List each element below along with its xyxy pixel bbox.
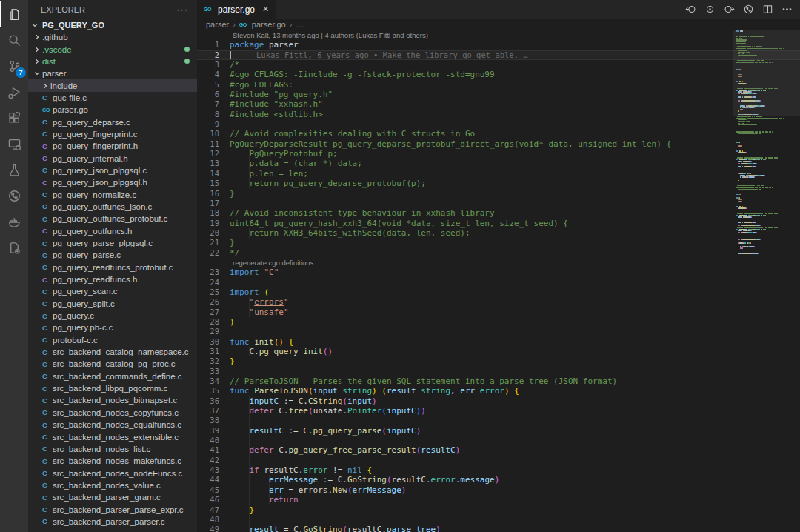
code-line-23[interactable]: 23import "C" [197, 267, 800, 277]
tree-item-pg_query_outfuncs.h[interactable]: Cpg_query_outfuncs.h [28, 225, 197, 237]
code-line-24[interactable]: 24 [197, 278, 800, 287]
code-line-41[interactable]: 41 defer C.pg_query_free_parse_result(re… [197, 445, 800, 455]
code-line-45[interactable]: 45 err = errors.New(errMessage) [197, 485, 800, 495]
project-section-header[interactable]: PG_QUERY_GO [28, 19, 197, 31]
code-line-38[interactable]: 38 [197, 416, 800, 425]
diff-next-icon[interactable] [724, 4, 735, 15]
tree-item-pg_query_internal.h[interactable]: Cpg_query_internal.h [28, 152, 197, 164]
code-line-11[interactable]: 11PgQueryDeparseResult pg_query_deparse_… [197, 139, 800, 149]
tree-item-src_backend_nodes_makefuncs.c[interactable]: Csrc_backend_nodes_makefuncs.c [28, 455, 197, 467]
tree-item-dist[interactable]: dist [28, 56, 197, 67]
code-line-32[interactable]: 32} [197, 356, 800, 366]
tree-item-pg_query_parse.c[interactable]: Cpg_query_parse.c [28, 249, 197, 261]
tree-item-src_backend_nodes_extensible.c[interactable]: Csrc_backend_nodes_extensible.c [28, 430, 197, 442]
explorer-icon[interactable] [0, 1, 28, 27]
code-line-3[interactable]: 3/* [197, 60, 800, 70]
code-line-2[interactable]: 2Lukas Fittl, 6 years ago • Make the lib… [197, 50, 800, 60]
run-debug-icon[interactable] [0, 79, 28, 105]
search-icon[interactable] [0, 27, 28, 53]
extensions-icon[interactable] [0, 105, 28, 131]
code-line-20[interactable]: 20 return XXH3_64bits_withSeed(data, len… [197, 228, 800, 238]
tree-item-src_backend_nodes_value.c[interactable]: Csrc_backend_nodes_value.c [28, 479, 197, 491]
tree-item-src_backend_parser_parse_expr.c[interactable]: Csrc_backend_parser_parse_expr.c [28, 503, 197, 515]
tab-parser-go[interactable]: GO parser.go ✕ [197, 0, 276, 19]
code-line-49[interactable]: 49 result = C.GoString(resultC.parse_tre… [197, 525, 800, 532]
code-line-47[interactable]: 47 } [197, 505, 800, 515]
tree-item-src_backend_nodes_equalfuncs.c[interactable]: Csrc_backend_nodes_equalfuncs.c [28, 419, 197, 430]
code-line-48[interactable]: 48 [197, 515, 800, 525]
breadcrumb-item[interactable]: … [296, 20, 304, 29]
code-line-4[interactable]: 4#cgo CFLAGS: -Iinclude -g -fstack-prote… [197, 70, 800, 79]
code-line-13[interactable]: 13 p.data = (char *) data; [197, 159, 800, 168]
docker-icon[interactable] [0, 209, 28, 235]
tree-item-pg_query_parse_plpgsql.c[interactable]: Cpg_query_parse_plpgsql.c [28, 237, 197, 249]
tree-item-src_backend_nodes_nodeFuncs.c[interactable]: Csrc_backend_nodes_nodeFuncs.c [28, 467, 197, 479]
remote-explorer-icon[interactable] [0, 131, 28, 157]
tree-item-src_backend_libpq_pqcomm.c[interactable]: Csrc_backend_libpq_pqcomm.c [28, 382, 197, 394]
tree-item-pg_query_fingerprint.h[interactable]: Cpg_query_fingerprint.h [28, 140, 197, 152]
tree-item-pg_query_json_plpgsql.c[interactable]: Cpg_query_json_plpgsql.c [28, 164, 197, 176]
code-line-6[interactable]: 6#include "pg_query.h" [197, 90, 800, 99]
code-line-14[interactable]: 14 p.len = len; [197, 169, 800, 179]
tree-item-protobuf-c.c[interactable]: Cprotobuf-c.c [28, 334, 197, 346]
breadcrumb-item[interactable]: parser [206, 20, 229, 29]
code-line-16[interactable]: 16} [197, 189, 800, 199]
code-line-25[interactable]: 25import ( [197, 287, 800, 297]
tree-item-src_backend_commands_define.c[interactable]: Csrc_backend_commands_define.c [28, 370, 197, 382]
code-line-37[interactable]: 37 defer C.free(unsafe.Pointer(inputC)) [197, 406, 800, 416]
close-icon[interactable]: ✕ [262, 4, 269, 14]
tree-item-include[interactable]: include [28, 79, 197, 91]
code-line-42[interactable]: 42 [197, 456, 800, 465]
tree-item-src_backend_nodes_bitmapset.c[interactable]: Csrc_backend_nodes_bitmapset.c [28, 394, 197, 406]
codelens[interactable]: Steven Kalt, 13 months ago | 4 authors (… [197, 30, 800, 40]
tree-item-parser.go[interactable]: GOparser.go [28, 104, 197, 116]
code-line-5[interactable]: 5#cgo LDFLAGS: [197, 80, 800, 90]
code-line-26[interactable]: 26 "errors" [197, 297, 800, 307]
code-line-17[interactable]: 17 [197, 199, 800, 208]
tree-item-src_backend_parser_parser.c[interactable]: Csrc_backend_parser_parser.c [28, 516, 197, 528]
code-line-31[interactable]: 31 C.pg_query_init() [197, 347, 800, 356]
tree-item-src_backend_nodes_copyfuncs.c[interactable]: Csrc_backend_nodes_copyfuncs.c [28, 407, 197, 419]
code-line-8[interactable]: 8#include <stdlib.h> [197, 110, 800, 119]
codelens[interactable]: regenerate cgo definitions [197, 258, 800, 267]
more-actions-icon[interactable] [781, 4, 793, 15]
code-line-35[interactable]: 35func ParseToJSON(input string) (result… [197, 386, 800, 396]
tree-item-pg_query_readfuncs.h[interactable]: Cpg_query_readfuncs.h [28, 273, 197, 285]
minimap[interactable] [733, 30, 800, 532]
code-line-27[interactable]: 27 "unsafe" [197, 307, 800, 317]
pipelines-icon[interactable] [0, 183, 28, 209]
code-line-36[interactable]: 36 inputC := C.CString(input) [197, 396, 800, 406]
code-line-30[interactable]: 30func init() { [197, 337, 800, 347]
tree-item-pg_query_json_plpgsql.h[interactable]: Cpg_query_json_plpgsql.h [28, 176, 197, 188]
split-editor-icon[interactable] [762, 4, 773, 15]
tree-item-src_backend_catalog_pg_proc.c[interactable]: Csrc_backend_catalog_pg_proc.c [28, 358, 197, 370]
code-line-10[interactable]: 10// Avoid complexities dealing with C s… [197, 129, 800, 139]
tree-item-pg_query_readfuncs_protobuf.c[interactable]: Cpg_query_readfuncs_protobuf.c [28, 262, 197, 273]
code-line-34[interactable]: 34// ParseToJSON - Parses the given SQL … [197, 376, 800, 386]
code-line-7[interactable]: 7#include "xxhash.h" [197, 99, 800, 109]
code-line-28[interactable]: 28) [197, 317, 800, 327]
code-line-21[interactable]: 21} [197, 238, 800, 247]
code-line-33[interactable]: 33 [197, 367, 800, 376]
breadcrumb-item[interactable]: GOparser.go [239, 20, 286, 29]
code-area[interactable]: Steven Kalt, 13 months ago | 4 authors (… [197, 30, 800, 532]
tree-item-src_backend_nodes_list.c[interactable]: Csrc_backend_nodes_list.c [28, 443, 197, 455]
code-line-18[interactable]: 18// Avoid inconsistent type behaviour i… [197, 208, 800, 218]
code-line-40[interactable]: 40 [197, 436, 800, 445]
project-settings-icon[interactable] [0, 235, 28, 261]
tree-item-pg_query_split.c[interactable]: Cpg_query_split.c [28, 298, 197, 310]
tree-item-.github[interactable]: .github [28, 31, 197, 43]
tree-item-guc-file.c[interactable]: Cguc-file.c [28, 92, 197, 104]
pipeline-icon[interactable] [743, 4, 754, 15]
code-line-43[interactable]: 43 if resultC.error != nil { [197, 465, 800, 475]
tree-item-pg_query_fingerprint.c[interactable]: Cpg_query_fingerprint.c [28, 128, 197, 140]
code-line-1[interactable]: 1package parser [197, 40, 800, 50]
code-line-39[interactable]: 39 resultC := C.pg_query_parse(inputC) [197, 426, 800, 436]
code-line-22[interactable]: 22*/ [197, 248, 800, 258]
tree-item-src_backend_catalog_namespace.c[interactable]: Csrc_backend_catalog_namespace.c [28, 346, 197, 358]
source-control-icon[interactable]: 7 [0, 53, 28, 79]
tree-item-pg_query_deparse.c[interactable]: Cpg_query_deparse.c [28, 116, 197, 127]
tree-item-src_backend_parser_gram.c[interactable]: Csrc_backend_parser_gram.c [28, 491, 197, 503]
tree-item-pg_query.pb-c.c[interactable]: Cpg_query.pb-c.c [28, 322, 197, 333]
code-line-44[interactable]: 44 errMessage := C.GoString(resultC.erro… [197, 475, 800, 485]
